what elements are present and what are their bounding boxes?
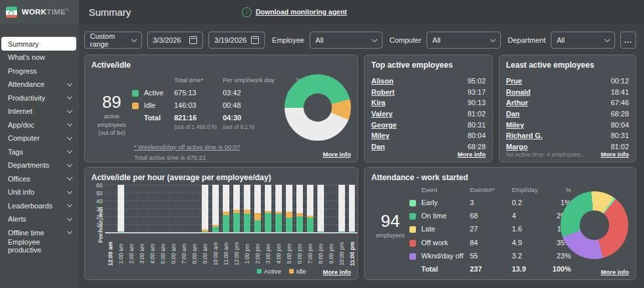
computer-filter-label: Computer [390, 36, 421, 44]
event-label: On time [421, 210, 467, 223]
hour-label: 10:00 am [212, 242, 219, 265]
employee-link[interactable]: Dan [371, 143, 385, 151]
y-tick-label: 50 [97, 190, 103, 197]
date-to-input[interactable]: 3/19/2026 [208, 32, 265, 49]
legend-square [132, 103, 139, 109]
employee-select[interactable]: All [310, 32, 382, 49]
more-info-link[interactable]: More info [601, 268, 629, 276]
sidebar-item-employee-productive[interactable]: Employee productive [0, 239, 79, 253]
hour-label: 6:00 am [170, 243, 177, 264]
active-segment [212, 227, 219, 232]
department-select[interactable]: All [551, 32, 615, 49]
sidebar-item-label: Computer [8, 134, 39, 142]
legend-square [409, 240, 416, 247]
legend-square [289, 269, 294, 274]
hourly-chart: Per hour, min 6050403020100 12:00 am1:00… [91, 185, 358, 275]
events-value: 27 [470, 224, 509, 237]
employee-link[interactable]: Richard G. [506, 132, 543, 139]
weekend-active-time-link[interactable]: * Weekend/day off active time is 00:07 [134, 142, 351, 153]
employee-link[interactable]: Margo [506, 143, 528, 151]
worktime-logo[interactable]: WORKTIME® [0, 0, 79, 24]
idle-segment [286, 212, 292, 218]
x-axis-label: 12:00 pm [231, 235, 242, 275]
sidebar-item-computer[interactable]: Computer [0, 132, 79, 145]
more-info-link[interactable]: More info [323, 268, 351, 276]
bar-track [202, 185, 208, 232]
date-from-input[interactable]: 3/3/2026 [147, 32, 204, 49]
employee-row: Dan68:28 [506, 108, 629, 120]
hour-label: 8:00 pm [317, 243, 324, 264]
employee-active-time: 68:28 [610, 110, 629, 118]
sidebar-item-tags[interactable]: Tags [0, 145, 79, 159]
x-axis-label: 2:00 am [126, 235, 137, 275]
employee-active-time: 93:17 [467, 88, 486, 96]
legend-label: Idle [296, 268, 306, 275]
y-tick-label: 30 [97, 206, 103, 212]
idle-segment [265, 211, 271, 214]
employee-link[interactable]: Kira [371, 99, 385, 107]
download-monitoring-agent-link[interactable]: ↓ Download monitoring agent [242, 0, 347, 24]
chevron-down-icon [372, 36, 377, 41]
sidebar-item-departments[interactable]: Departments [0, 158, 79, 172]
hour-column [284, 185, 294, 232]
y-tick-label: 40 [97, 198, 103, 204]
computer-select[interactable]: All [426, 32, 501, 49]
employee-link[interactable]: George [371, 121, 397, 129]
hour-label: 12:00 pm [233, 242, 240, 265]
employee-link[interactable]: Alison [371, 77, 394, 85]
hour-column [116, 185, 126, 232]
calendar-icon [189, 36, 197, 44]
more-info-link[interactable]: More info [601, 151, 629, 158]
date-range-select[interactable]: Custom range [84, 32, 142, 49]
more-info-link[interactable]: More info [323, 151, 351, 158]
sidebar-item-attendance[interactable]: Attendance [0, 78, 79, 91]
employee-active-time: 90:13 [467, 99, 486, 107]
per-day-value: 1.6 [512, 224, 549, 237]
total-time-value: 821:16(out of 1 468.0 h) [174, 112, 220, 131]
y-tick-label: 10 [97, 222, 103, 228]
employee-active-time: 80:04 [610, 121, 629, 129]
download-icon: ↓ [242, 7, 252, 17]
events-value: 68 [470, 210, 509, 223]
panel-attendance: Attendance - work started 94 employees E… [364, 167, 636, 280]
x-axis-label: 7:00 pm [305, 235, 315, 275]
hour-label: 11:00 am [223, 242, 229, 265]
sidebar-item-alerts[interactable]: Alerts [0, 212, 79, 226]
idle-segment [202, 229, 208, 231]
active-idle-donut-chart [285, 74, 351, 141]
employee-link[interactable]: Miley [371, 132, 390, 139]
employee-link[interactable]: Dan [506, 110, 520, 118]
per-employee-value: 00:48 [223, 100, 277, 112]
sidebar-item-label: App/doc [8, 121, 34, 129]
employee-link[interactable]: Arthur [506, 99, 528, 107]
sidebar-item-progress[interactable]: Progress [0, 64, 79, 78]
sidebar-item-label: Progress [8, 67, 37, 75]
sidebar-item-app-doc[interactable]: App/doc [0, 118, 79, 132]
event-label: Late [421, 224, 467, 237]
employee-link[interactable]: Prue [506, 77, 522, 85]
sidebar-item-unit-info[interactable]: Unit info [0, 185, 79, 199]
employee-link[interactable]: Miley [506, 121, 524, 129]
worktime-logo-icon [6, 7, 17, 18]
weekend-attendance-link[interactable]: * Weekend/day off attendance is 1 event … [419, 279, 620, 280]
sidebar-item-offline-time[interactable]: Offline time [0, 226, 79, 240]
employee-link[interactable]: Valery [371, 110, 392, 118]
more-info-link[interactable]: More info [457, 151, 486, 158]
sidebar-item-summary[interactable]: Summary [1, 37, 76, 51]
sidebar-item-leaderboards[interactable]: Leaderboards [0, 199, 79, 213]
hour-column [158, 185, 168, 232]
legend-cell [132, 100, 141, 112]
sidebar-item-what-s-now[interactable]: What's now [0, 51, 79, 64]
date-range-value: Custom range [90, 32, 132, 48]
hour-label: 2:00 pm [254, 243, 261, 264]
bar-track [118, 185, 124, 232]
sidebar-item-productivity[interactable]: Productivity [0, 91, 79, 105]
sidebar-item-label: Offline time [8, 229, 44, 237]
sidebar-item-internet[interactable]: Internet [0, 105, 79, 118]
sidebar-item-offices[interactable]: Offices [0, 172, 79, 186]
donut-hole [580, 210, 609, 240]
employee-link[interactable]: Robert [371, 88, 394, 96]
column-header: Empl/day [512, 185, 549, 197]
more-filters-button[interactable]: ... [620, 32, 636, 49]
employee-link[interactable]: Ronald [506, 88, 530, 96]
